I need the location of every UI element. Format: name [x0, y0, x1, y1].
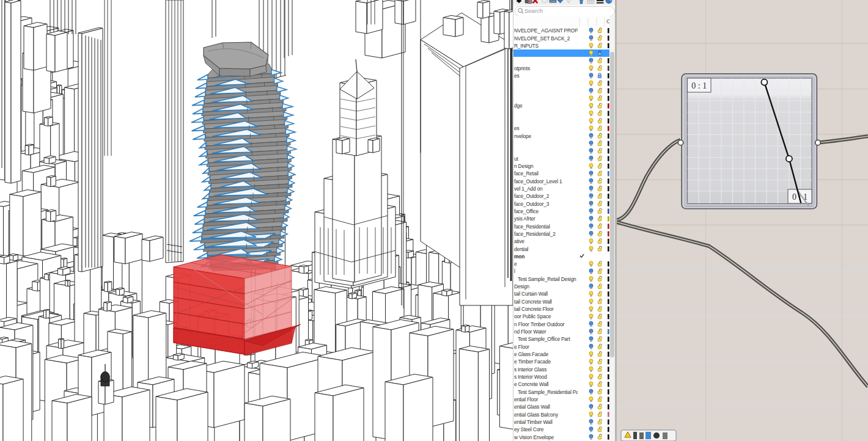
- svg-text:0 : 1: 0 : 1: [691, 81, 707, 90]
